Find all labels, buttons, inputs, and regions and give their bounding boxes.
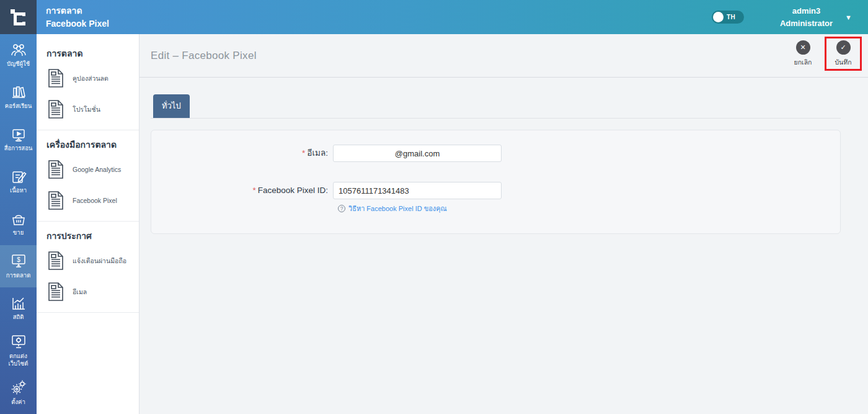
main-content: Edit – Facebook Pixel ✕ ยกเลิก ✓ บันทึก … [140, 34, 868, 414]
sidebar-item-accounts[interactable]: บัญชีผู้ใช้ [0, 34, 37, 76]
secondary-sidebar: การตลาด คูปองส่วนลด โปรโมชั่น เครื่องมือ… [37, 34, 140, 414]
cancel-button[interactable]: ✕ ยกเลิก [787, 40, 818, 68]
submenu-item-mobile-notification[interactable]: แจ้งเตือนผ่านมือถือ [37, 245, 139, 276]
submenu-item-email[interactable]: อีเมล [37, 276, 139, 307]
sidebar-item-label: บัญชีผู้ใช้ [7, 60, 30, 68]
language-toggle[interactable]: TH [712, 11, 744, 24]
chevron-down-icon[interactable]: ▼ [845, 14, 852, 21]
page-subtitle: Facebook Pixel [46, 17, 109, 30]
sidebar-item-label: การตลาด [6, 272, 31, 279]
books-icon [10, 85, 27, 100]
content-edit-icon [11, 169, 27, 184]
document-icon [46, 160, 65, 179]
user-menu[interactable]: admin3 Administrator [780, 5, 833, 29]
document-icon [46, 251, 65, 271]
sidebar-item-label: ตกแต่ง เว็บไซต์ [8, 353, 28, 367]
sidebar-item-label: ขาย [13, 229, 24, 236]
document-icon [46, 282, 65, 302]
settings-gears-icon [10, 380, 27, 396]
pixel-id-field[interactable] [333, 182, 502, 199]
sidebar-item-courses[interactable]: คอร์สเรียน [0, 76, 37, 119]
media-player-icon [10, 127, 27, 142]
sidebar-item-content[interactable]: เนื้อหา [0, 161, 37, 203]
tab-bar: ทั่วไป [151, 94, 841, 119]
basket-icon [10, 212, 27, 227]
submenu-item-promotion[interactable]: โปรโมชั่น [37, 94, 139, 125]
toggle-knob [713, 12, 724, 22]
section-divider [37, 312, 139, 313]
content-header: Edit – Facebook Pixel ✕ ยกเลิก ✓ บันทึก [140, 34, 868, 78]
pixel-help-link[interactable]: วิธีหา Facebook Pixel ID ของคุณ [348, 203, 447, 214]
submenu-item-label: แจ้งเตือนผ่านมือถือ [73, 256, 126, 266]
sidebar-item-statistics[interactable]: สถิติ [0, 287, 37, 330]
top-header-bar: การตลาด Facebook Pixel TH admin3 Adminis… [0, 0, 868, 34]
question-circle-icon: ? [338, 205, 345, 212]
user-role: Administrator [780, 17, 833, 30]
close-icon: ✕ [796, 40, 810, 55]
document-icon [46, 68, 65, 88]
language-label: TH [727, 14, 735, 20]
submenu-item-label: Facebook Pixel [73, 197, 117, 204]
app-logo[interactable] [0, 0, 37, 34]
sidebar-item-sell[interactable]: ขาย [0, 203, 37, 245]
sidebar-item-settings[interactable]: ตั้งค่า [0, 372, 37, 414]
form-panel: *อีเมล: *Facebook Pixel ID: ? วิธีหา Fac… [151, 130, 841, 234]
sidebar-item-media[interactable]: สื่อการสอน [0, 119, 37, 161]
sidebar-item-label: สื่อการสอน [4, 145, 33, 152]
marketing-monitor-icon: $ [10, 253, 27, 269]
save-label: บันทึก [835, 57, 851, 68]
submenu-item-label: อีเมล [73, 287, 87, 297]
module-title: การตลาด [46, 4, 109, 17]
sidebar-item-website-customize[interactable]: ตกแต่ง เว็บไซต์ [0, 330, 37, 372]
checkmark-icon: ✓ [836, 40, 851, 55]
required-marker: * [252, 186, 255, 195]
submenu-item-coupon[interactable]: คูปองส่วนลด [37, 63, 139, 94]
email-row: *อีเมล: [151, 145, 840, 162]
document-icon [46, 191, 65, 210]
pixel-help-row: ? วิธีหา Facebook Pixel ID ของคุณ [338, 203, 840, 214]
sidebar-item-label: คอร์สเรียน [5, 102, 32, 110]
page-title: Edit – Facebook Pixel [151, 50, 257, 62]
submenu-item-facebook-pixel[interactable]: Facebook Pixel [37, 185, 139, 216]
primary-icon-sidebar: บัญชีผู้ใช้ คอร์สเรียน สื่อการสอน เนื้อห… [0, 34, 37, 414]
website-customize-icon [10, 334, 27, 350]
email-field[interactable] [333, 145, 502, 162]
user-name: admin3 [780, 5, 833, 17]
brand-c-logo-icon [9, 8, 28, 27]
svg-text:$: $ [17, 256, 20, 263]
tab-general[interactable]: ทั่วไป [153, 94, 190, 118]
cancel-label: ยกเลิก [794, 57, 812, 68]
submenu-item-label: โปรโมชั่น [73, 104, 100, 115]
pixel-id-label: *Facebook Pixel ID: [151, 182, 333, 199]
required-marker: * [302, 148, 305, 158]
submenu-item-label: คูปองส่วนลด [73, 73, 108, 84]
users-icon [10, 43, 27, 58]
stats-chart-icon [10, 296, 27, 311]
sidebar-item-label: ตั้งค่า [11, 398, 25, 406]
submenu-section-title-announcement: การประกาศ [37, 222, 139, 245]
annotation-highlight-box: ✓ บันทึก [825, 37, 862, 71]
sidebar-item-label: เนื้อหา [10, 187, 27, 194]
document-icon [46, 99, 65, 119]
pixel-id-row: *Facebook Pixel ID: [151, 182, 840, 199]
submenu-item-label: Google Analytics [73, 166, 121, 173]
email-label: *อีเมล: [151, 145, 333, 162]
sidebar-item-label: สถิติ [13, 313, 24, 321]
submenu-section-title-marketing-tools: เครื่องมือการตลาด [37, 130, 139, 154]
save-button[interactable]: ✓ บันทึก [828, 40, 859, 68]
submenu-item-google-analytics[interactable]: Google Analytics [37, 154, 139, 185]
submenu-section-title-marketing: การตลาด [37, 39, 139, 63]
sidebar-item-marketing[interactable]: $ การตลาด [0, 245, 37, 287]
